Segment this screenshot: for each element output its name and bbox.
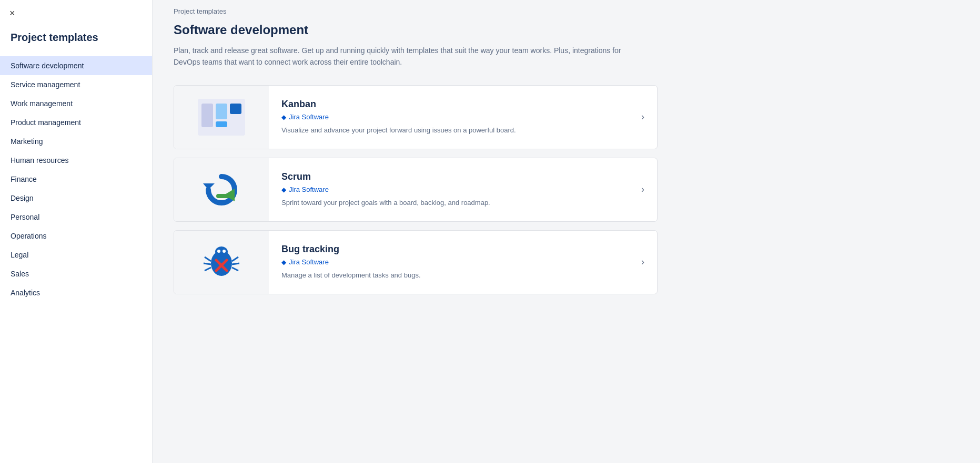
card-description: Manage a list of development tasks and b… [281, 270, 616, 281]
card-badge-label: Jira Software [289, 186, 329, 193]
svg-line-13 [204, 263, 211, 264]
sidebar-item-service-management[interactable]: Service management [0, 75, 152, 94]
sidebar: × Project templates Software development… [0, 0, 153, 463]
svg-rect-4 [216, 121, 227, 127]
template-cards-list: Kanban ◆ Jira Software Visualize and adv… [174, 85, 658, 294]
main-content: Project templates Software development P… [153, 0, 980, 463]
jira-diamond-icon: ◆ [281, 259, 286, 266]
bug-icon [195, 241, 248, 283]
svg-line-14 [205, 267, 211, 271]
content-area: Software development Plan, track and rel… [153, 23, 980, 315]
template-card-bug-tracking[interactable]: Bug tracking ◆ Jira Software Manage a li… [174, 230, 658, 294]
card-badge: ◆ Jira Software [281, 258, 616, 266]
svg-rect-1 [201, 104, 213, 127]
template-card-scrum[interactable]: Scrum ◆ Jira Software Sprint toward your… [174, 158, 658, 222]
svg-point-10 [217, 250, 220, 253]
sidebar-item-work-management[interactable]: Work management [0, 94, 152, 113]
sidebar-item-software-development[interactable]: Software development [0, 56, 152, 75]
section-description: Plan, track and release great software. … [174, 45, 647, 68]
card-title: Bug tracking [281, 244, 616, 255]
sidebar-item-analytics[interactable]: Analytics [0, 283, 152, 302]
sidebar-nav: Software developmentService managementWo… [0, 56, 152, 302]
card-icon-area [174, 86, 269, 149]
sidebar-item-personal[interactable]: Personal [0, 208, 152, 227]
card-description: Visualize and advance your project forwa… [281, 125, 616, 136]
sidebar-item-legal[interactable]: Legal [0, 245, 152, 264]
card-content: Kanban ◆ Jira Software Visualize and adv… [269, 86, 629, 149]
jira-diamond-icon: ◆ [281, 114, 286, 121]
sidebar-item-human-resources[interactable]: Human resources [0, 151, 152, 170]
close-button[interactable]: × [9, 8, 15, 18]
svg-line-12 [205, 257, 211, 261]
svg-line-16 [232, 263, 239, 264]
card-content: Scrum ◆ Jira Software Sprint toward your… [269, 158, 629, 221]
card-title: Kanban [281, 99, 616, 110]
scrum-icon [195, 169, 248, 211]
card-chevron-right-icon: › [629, 231, 657, 294]
card-badge-label: Jira Software [289, 258, 329, 266]
svg-point-11 [223, 250, 226, 253]
template-card-kanban[interactable]: Kanban ◆ Jira Software Visualize and adv… [174, 85, 658, 149]
card-chevron-right-icon: › [629, 158, 657, 221]
jira-diamond-icon: ◆ [281, 186, 286, 193]
svg-line-17 [232, 267, 238, 271]
card-badge: ◆ Jira Software [281, 186, 616, 193]
sidebar-item-sales[interactable]: Sales [0, 264, 152, 283]
svg-rect-2 [216, 104, 227, 119]
sidebar-item-design[interactable]: Design [0, 189, 152, 208]
card-icon-area [174, 231, 269, 294]
svg-marker-5 [203, 183, 215, 190]
svg-line-15 [232, 257, 238, 261]
card-badge: ◆ Jira Software [281, 113, 616, 121]
card-badge-label: Jira Software [289, 113, 329, 121]
kanban-icon [195, 96, 248, 138]
card-description: Sprint toward your project goals with a … [281, 198, 616, 208]
card-title: Scrum [281, 171, 616, 182]
card-content: Bug tracking ◆ Jira Software Manage a li… [269, 231, 629, 294]
breadcrumb: Project templates [153, 0, 980, 23]
card-icon-area [174, 158, 269, 221]
sidebar-item-product-management[interactable]: Product management [0, 113, 152, 132]
svg-rect-3 [230, 104, 241, 114]
card-chevron-right-icon: › [629, 86, 657, 149]
sidebar-item-operations[interactable]: Operations [0, 227, 152, 245]
sidebar-item-marketing[interactable]: Marketing [0, 132, 152, 151]
sidebar-title: Project templates [0, 11, 152, 56]
sidebar-item-finance[interactable]: Finance [0, 170, 152, 189]
svg-point-9 [215, 246, 228, 257]
svg-rect-7 [216, 194, 235, 198]
section-title: Software development [174, 23, 959, 37]
